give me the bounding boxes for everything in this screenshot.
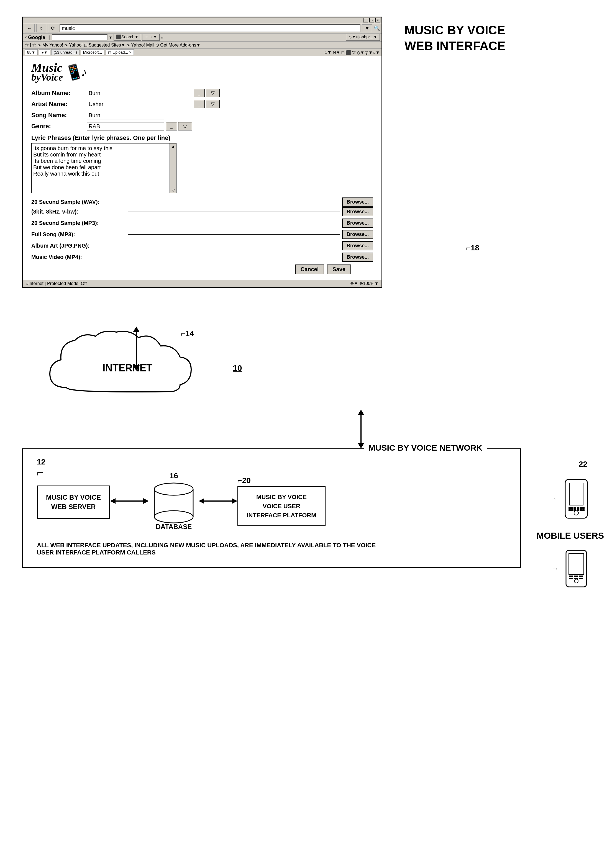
bracket-14: ⌐	[181, 329, 185, 338]
bookmarks-toolbar: ☆ | ☆ ⊳ My Yahoo! ⊳ Yahoo! ◻ Suggested S…	[23, 42, 382, 49]
address-text: music	[62, 25, 75, 31]
artist-dropdown[interactable]: ▽	[206, 100, 220, 108]
mobile-user-1-row: →	[550, 478, 590, 519]
scroll-down-btn[interactable]: ▽	[172, 188, 175, 192]
home-icon[interactable]: ⌂▼	[325, 50, 332, 55]
bookmark-3[interactable]: ◻ Suggested Sites▼	[84, 42, 126, 48]
user-menu[interactable]: ◇▼○jonbpr...▼	[346, 34, 380, 41]
tab-53-unread[interactable]: (53 unread...)	[51, 49, 79, 56]
network-title: MUSIC BY VOICE NETWORK	[364, 443, 487, 453]
star2-icon: ☆	[32, 42, 36, 48]
mobile-section: 22 →	[536, 460, 604, 588]
refresh-button[interactable]: ⟳	[48, 24, 58, 33]
extra-icons: N▼ □ ⬛ ▽ ◇▼◎▼○▼	[333, 50, 380, 55]
bookmark-4[interactable]: ⊳ Yahoo! Mail	[126, 42, 154, 48]
bookmark-1[interactable]: ⊳ My Yahoo!	[37, 42, 63, 48]
album-dropdown[interactable]: ▽	[206, 89, 220, 97]
go-button[interactable]: ▼	[362, 24, 372, 32]
song-name-input[interactable]	[87, 111, 164, 119]
search-button[interactable]: ⬛Search▼	[113, 34, 141, 41]
bracket-12: ⌐	[37, 467, 43, 479]
voice-platform-col: ⌐20 MUSIC BY VOICEVOICE USERINTERFACE PL…	[238, 476, 325, 526]
genre-input[interactable]	[87, 122, 164, 130]
arrow-left-db	[199, 498, 204, 504]
full-song-line	[128, 234, 340, 235]
svg-rect-21	[569, 553, 584, 574]
svg-rect-33	[579, 578, 581, 579]
close-button[interactable]: ×	[375, 18, 381, 22]
wav-browse-button[interactable]: Browse...	[342, 197, 373, 207]
arrow-left-ws	[110, 498, 115, 504]
minimize-button[interactable]: _	[363, 18, 368, 22]
album-name-label: Album Name:	[31, 90, 87, 97]
forward-button[interactable]: ○	[36, 24, 46, 33]
mp3-sample-browse-button[interactable]: Browse...	[342, 207, 373, 216]
svg-rect-34	[581, 578, 583, 579]
app-logo: Music byVoice 📱 ♪	[31, 62, 373, 82]
svg-point-7	[574, 511, 578, 515]
svg-rect-20	[566, 550, 587, 587]
web-interface-label: MUSIC BY VOICE WEB INTERFACE	[404, 22, 505, 54]
artist-name-input[interactable]	[87, 100, 192, 108]
arrow-right-db	[232, 498, 238, 504]
svg-rect-16	[574, 509, 576, 511]
wav-sublabel-row: (8bit, 8kHz, v-bw): Browse...	[31, 207, 373, 216]
genre-dropdown[interactable]: ▽	[178, 122, 192, 130]
svg-rect-5	[565, 479, 587, 518]
tab-upload[interactable]: ◻ Upload... ×	[106, 49, 134, 56]
back-button[interactable]: ←	[25, 24, 35, 33]
lyric-label: Lyric Phrases (Enter lyric phrases. One …	[31, 134, 373, 141]
dropdown-icon[interactable]: ▼	[109, 35, 112, 40]
bookmark-2[interactable]: ⊳ Yahoo!	[64, 42, 83, 48]
tab-microsoft[interactable]: Microsoft...	[81, 49, 104, 56]
nav-buttons[interactable]: ←→▼	[142, 34, 160, 41]
music-video-browse-button[interactable]: Browse...	[342, 253, 373, 262]
more-label: »	[161, 35, 163, 40]
mobile-phone-1-svg	[562, 478, 590, 519]
full-song-browse-button[interactable]: Browse...	[342, 230, 373, 239]
mp3-sample-label: 20 Second Sample (MP3):	[31, 220, 126, 226]
music-video-line	[128, 257, 340, 257]
bookmark-5[interactable]: ⊙ Get More Add-ons▼	[155, 42, 200, 48]
address-bar[interactable]: music	[59, 24, 360, 32]
cancel-button[interactable]: Cancel	[295, 265, 325, 274]
separator2: |	[30, 42, 31, 48]
logo-byvoice: byVoice	[31, 72, 63, 82]
tab-88[interactable]: 88▼	[25, 49, 38, 56]
album-name-input[interactable]	[87, 89, 192, 97]
wav-upload-row: 20 Second Sample (WAV): Browse...	[31, 197, 373, 207]
genre-label: Genre:	[31, 123, 87, 130]
separator: ||	[47, 35, 50, 40]
svg-rect-24	[571, 575, 573, 577]
browser-tabs: 88▼ ●▼ (53 unread...) Microsoft... ◻ Upl…	[23, 49, 382, 56]
db-svg	[149, 481, 199, 525]
browser-window: _ □ × ← ○ ⟳ music ▼ 🔍 ×	[22, 17, 382, 288]
scroll-up-btn[interactable]: ▲	[171, 144, 175, 149]
artist-underscore: _	[194, 100, 205, 108]
lyric-textarea[interactable]: Its gonna burn for me to say this But it…	[31, 143, 170, 193]
svg-rect-18	[579, 509, 582, 511]
google-search-input[interactable]	[52, 34, 107, 40]
star-icon: ☆	[25, 42, 29, 48]
web-server-box: MUSIC BY VOICEWEB SERVER	[37, 485, 110, 519]
album-art-browse-button[interactable]: Browse...	[342, 241, 373, 250]
internet-label: INTERNET	[103, 362, 152, 374]
svg-rect-31	[574, 578, 576, 579]
arrow-right-ws	[143, 498, 149, 504]
album-underscore: _	[194, 89, 205, 97]
tab-dot[interactable]: ●▼	[39, 49, 50, 56]
label-line2: WEB INTERFACE	[404, 38, 505, 54]
artist-name-label: Artist Name:	[31, 101, 87, 108]
maximize-button[interactable]: □	[369, 18, 374, 22]
svg-rect-28	[581, 575, 583, 577]
wav-upload-group: 20 Second Sample (WAV): Browse... (8bit,…	[31, 197, 373, 216]
mp3-full-browse-button[interactable]: Browse...	[342, 219, 373, 228]
status-text: ○Internet | Protected Mode: Off	[26, 281, 87, 286]
arrow-to-phone1: →	[550, 495, 557, 503]
mobile-phone-2-svg	[564, 549, 589, 588]
network-footer: ALL WEB INTERFACE UPDATES, INCLUDING NEW…	[37, 542, 506, 556]
svg-rect-29	[569, 578, 571, 579]
svg-rect-11	[577, 507, 579, 509]
save-button[interactable]: Save	[327, 265, 351, 274]
album-name-row: Album Name: _ ▽	[31, 89, 373, 97]
